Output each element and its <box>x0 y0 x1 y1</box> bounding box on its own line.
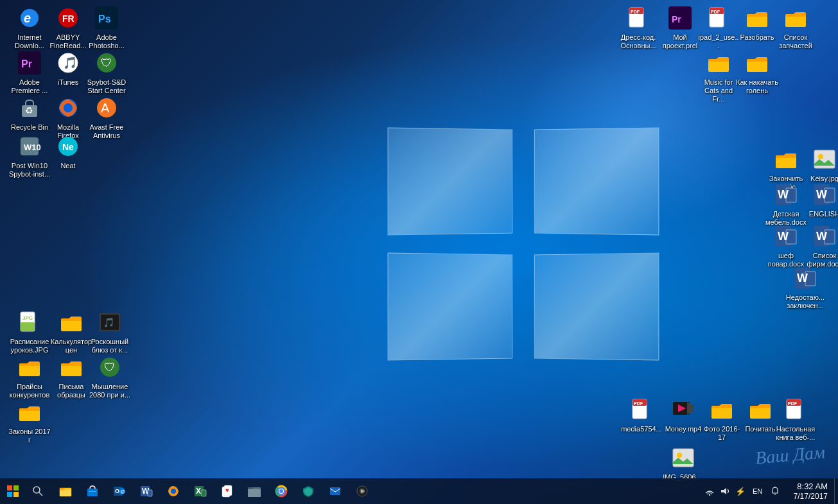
icon-image-shef-povar: W <box>773 223 799 249</box>
svg-text:PDF: PDF <box>631 10 640 14</box>
svg-text:Pr: Pr <box>672 14 681 24</box>
svg-rect-85 <box>60 488 64 490</box>
icon-label-zakony: Законы 2017 г <box>6 427 52 445</box>
icon-image-pochitat <box>747 397 773 422</box>
taskbar-excel[interactable]: X <box>188 478 213 504</box>
taskbar-chrome[interactable] <box>268 478 294 504</box>
start-button[interactable] <box>0 478 26 504</box>
icon-label-moy-proekt: Мой проект.prel <box>661 33 699 51</box>
desktop-icon-raspisanie[interactable]: JPGРасписание уроков.JPG <box>6 309 53 355</box>
icon-image-abbyy: FR <box>55 5 81 31</box>
taskbar-search[interactable] <box>26 478 50 504</box>
svg-rect-79 <box>7 492 12 497</box>
desktop-icon-spisok-firm[interactable]: WСписок фирм.docx <box>801 223 838 269</box>
svg-rect-94 <box>148 490 152 496</box>
svg-text:W: W <box>816 230 827 243</box>
icon-label-english: ENGLISH <box>807 209 838 219</box>
taskbar-firefox[interactable] <box>161 478 186 504</box>
icon-image-spisok-zapch <box>783 5 808 31</box>
svg-text:🎵: 🎵 <box>103 317 115 328</box>
taskbar-cards[interactable]: ♥ <box>214 478 240 504</box>
desktop-icon-img5606[interactable]: IMG_5606.... <box>660 445 706 482</box>
windows-logo <box>388 128 658 360</box>
desktop-icon-dress-kod[interactable]: PDFДресс-код. Основны... <box>615 5 661 51</box>
desktop-icon-media5754[interactable]: PDFmedia5754... <box>618 397 665 434</box>
icon-label-nedostayuschy: Недостаю... заключен... <box>784 293 826 311</box>
icon-image-foto2016 <box>709 397 735 422</box>
svg-line-82 <box>39 492 42 496</box>
icon-image-roskoshny: 🎵 <box>97 309 123 335</box>
svg-rect-99 <box>202 490 206 496</box>
icon-label-media5754: media5754... <box>619 424 664 434</box>
icon-image-adobe-photoshop: Ps <box>94 5 119 31</box>
tray-battery[interactable]: ⚡ <box>733 478 747 504</box>
desktop-icon-nedostayuschy[interactable]: WНедостаю... заключен... <box>782 265 828 311</box>
icon-image-spybot: 🛡 <box>94 50 119 76</box>
svg-text:X: X <box>196 487 201 496</box>
svg-point-76 <box>677 453 682 458</box>
svg-text:W: W <box>778 188 789 201</box>
icon-image-avast: A <box>94 95 119 121</box>
desktop-icon-roskoshny[interactable]: 🎵Роскошный блюз от к... <box>87 309 133 355</box>
svg-text:A: A <box>101 101 110 115</box>
icon-image-zakony <box>17 399 42 425</box>
icon-image-adobe-premiere: Pr <box>17 50 42 76</box>
desktop-icon-neat[interactable]: NeNeat <box>45 134 91 171</box>
icon-image-internet-explorer: e <box>17 5 42 31</box>
desktop-icon-myshlenie[interactable]: 🛡Мышление 2080 при и... <box>87 354 133 400</box>
svg-text:PDF: PDF <box>711 10 720 14</box>
icon-label-raspisanie: Расписание уроков.JPG <box>8 337 51 355</box>
desktop-icon-prays[interactable]: Прайсы конкурентов <box>6 354 53 400</box>
desktop-icon-nastolnaya[interactable]: PDFНастольная книга веб-... <box>773 397 819 442</box>
taskbar-word[interactable]: W <box>134 478 159 504</box>
icon-image-kak-nakachat <box>744 50 770 76</box>
icon-image-itunes: 🎵 <box>55 50 81 76</box>
icon-image-detskaya-mebel: W <box>773 182 799 207</box>
desktop: eInternet Downlo...FRABBYY FineRead...Ps… <box>0 0 838 504</box>
svg-rect-105 <box>248 487 253 489</box>
clock-time: 8:32 AM <box>797 482 828 492</box>
taskbar-vpn[interactable] <box>295 478 321 504</box>
icon-image-music-cats <box>706 50 731 76</box>
icon-label-adobe-premiere: Adobe Premiere ... <box>10 78 50 96</box>
tray-language[interactable]: EN <box>749 478 767 504</box>
taskbar-email2[interactable] <box>322 478 348 504</box>
svg-rect-78 <box>13 485 19 491</box>
desktop-icon-adobe-photoshop[interactable]: PsAdobe Photosho... <box>83 5 130 51</box>
icon-image-nedostayuschy: W <box>792 265 818 291</box>
tray-notifications[interactable] <box>768 478 782 504</box>
svg-text:e: e <box>24 11 31 25</box>
icon-image-media5754: PDF <box>629 397 654 422</box>
desktop-icon-zakony[interactable]: Законы 2017 г <box>6 399 53 445</box>
tray-volume[interactable] <box>718 478 732 504</box>
taskbar-media[interactable] <box>349 478 375 504</box>
icon-image-english: W <box>812 182 837 207</box>
svg-rect-112 <box>330 487 340 495</box>
system-tray: ⚡ EN <box>697 478 787 504</box>
taskbar-outlook[interactable]: O @ <box>107 478 132 504</box>
tray-network[interactable] <box>703 478 717 504</box>
win-pane-br <box>534 253 659 361</box>
icon-label-razobrat: Разобрать <box>738 33 776 42</box>
svg-text:Ps: Ps <box>98 13 111 24</box>
show-desktop-button[interactable] <box>834 478 838 504</box>
desktop-icon-english[interactable]: WENGLISH <box>801 182 838 219</box>
icon-label-money-mp4: Money.mp4 <box>663 424 704 434</box>
icon-image-moy-proekt: Pr <box>667 5 693 31</box>
desktop-icon-spybot[interactable]: 🛡Spybot-S&D Start Center <box>83 50 130 96</box>
desktop-icon-keisy[interactable]: Keisy.jpg <box>801 146 838 184</box>
desktop-icon-spisok-zapch[interactable]: Список запчастей <box>773 5 819 51</box>
svg-text:W: W <box>816 188 827 201</box>
svg-point-111 <box>279 489 283 493</box>
taskbar-clock[interactable]: 8:32 AM 7/17/2017 <box>787 482 834 501</box>
taskbar-file-explorer[interactable] <box>53 478 78 504</box>
svg-text:W10: W10 <box>24 143 41 152</box>
taskbar-files2[interactable] <box>241 478 267 504</box>
desktop-icon-kak-nakachat[interactable]: Как накачать голень <box>734 50 780 96</box>
taskbar-store[interactable] <box>80 478 105 504</box>
svg-rect-86 <box>87 489 98 496</box>
icon-image-pisma <box>58 354 84 380</box>
icon-image-myshlenie: 🛡 <box>97 354 123 380</box>
svg-text:FR: FR <box>62 13 74 24</box>
svg-point-117 <box>708 494 710 496</box>
